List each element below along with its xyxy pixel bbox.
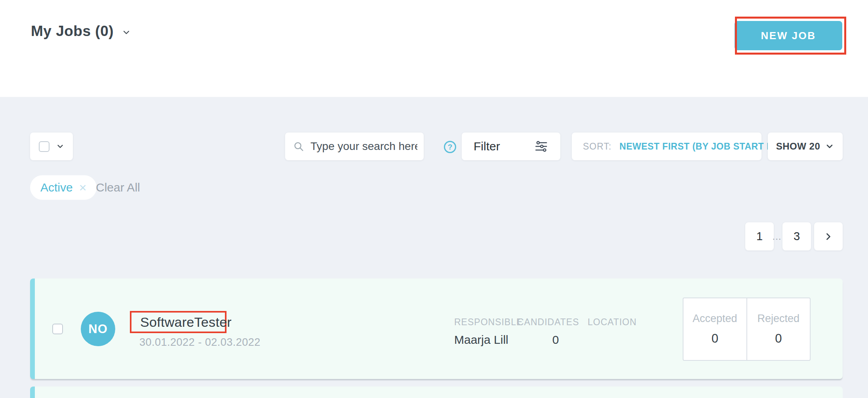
chevron-down-icon: [825, 142, 834, 151]
filter-label: Filter: [474, 140, 500, 153]
show-count-label: SHOW 20: [776, 141, 820, 152]
select-all-control[interactable]: [30, 133, 73, 160]
job-avatar: NO: [81, 312, 115, 346]
filter-chip-label: Active: [40, 181, 73, 194]
new-job-button[interactable]: NEW JOB: [735, 21, 842, 50]
search-icon: [293, 141, 304, 152]
location-column-label: LOCATION: [588, 317, 637, 328]
job-dates: 30.01.2022 - 02.03.2022: [139, 336, 261, 349]
chevron-down-icon: [122, 28, 131, 37]
sliders-icon: [533, 140, 548, 153]
annotation-rect-job-title: SoftwareTester: [130, 311, 227, 333]
accepted-count: 0: [683, 332, 746, 346]
sort-dropdown[interactable]: SORT: NEWEST FIRST (BY JOB START DATE): [572, 133, 761, 160]
chevron-right-icon: [823, 231, 834, 242]
job-title-link[interactable]: SoftwareTester: [140, 315, 232, 330]
page-title-label: My Jobs (0): [31, 23, 114, 40]
candidates-value: 0: [550, 333, 562, 347]
job-row[interactable]: NO SoftwareTester 30.01.2022 - 02.03.202…: [30, 279, 843, 379]
my-jobs-page: My Jobs (0) NEW JOB ? Filter SORT: NEWES…: [0, 0, 868, 398]
accepted-rejected-panel: Accepted 0 Rejected 0: [683, 298, 811, 361]
page-title[interactable]: My Jobs (0): [31, 23, 131, 40]
clear-all-button[interactable]: Clear All: [96, 175, 140, 200]
accepted-label: Accepted: [683, 313, 746, 325]
filter-button[interactable]: Filter: [462, 133, 560, 160]
show-count-dropdown[interactable]: SHOW 20: [768, 133, 843, 160]
candidates-column-label: CANDIDATES: [517, 317, 579, 328]
pagination-page-3[interactable]: 3: [782, 222, 811, 250]
rejected-count: 0: [747, 332, 810, 346]
search-input[interactable]: [310, 140, 417, 153]
page-header: My Jobs (0) NEW JOB: [0, 0, 868, 97]
rejected-cell: Rejected 0: [747, 298, 810, 360]
select-all-checkbox[interactable]: [39, 141, 49, 152]
sort-prefix-label: SORT:: [583, 141, 611, 152]
search-bar[interactable]: [285, 133, 424, 160]
filter-chip-active[interactable]: Active ×: [30, 175, 97, 200]
pagination-next-button[interactable]: [814, 222, 843, 250]
pagination-page-1[interactable]: 1: [745, 222, 774, 250]
responsible-value: Maarja Lill: [454, 333, 508, 347]
job-row-checkbox[interactable]: [52, 324, 63, 334]
help-icon[interactable]: ?: [444, 141, 456, 153]
pagination-ellipsis: ...: [771, 222, 782, 250]
chevron-down-icon[interactable]: [56, 142, 65, 151]
job-avatar-initials: NO: [88, 322, 108, 336]
responsible-column-label: RESPONSIBLE: [454, 317, 523, 328]
job-row-partial[interactable]: [30, 387, 843, 398]
remove-filter-icon[interactable]: ×: [79, 181, 87, 194]
accepted-cell: Accepted 0: [683, 298, 747, 360]
rejected-label: Rejected: [747, 313, 810, 325]
